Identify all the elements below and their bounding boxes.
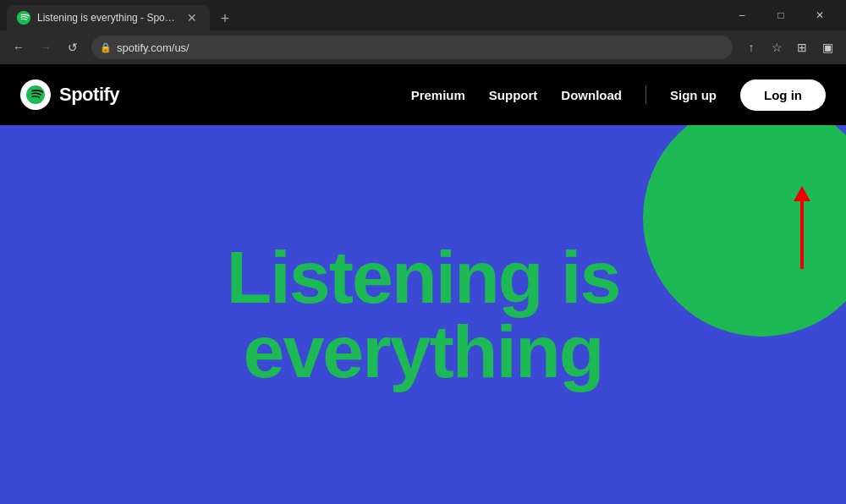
red-arrow-annotation: [794, 186, 810, 269]
forward-button[interactable]: →: [34, 36, 58, 59]
svg-point-0: [17, 11, 30, 25]
maximize-button[interactable]: □: [761, 3, 800, 28]
new-tab-button[interactable]: +: [213, 7, 237, 30]
spotify-header: Spotify Premium Support Download Sign up…: [0, 64, 846, 125]
green-circle-decoration: [643, 125, 846, 337]
signup-button[interactable]: Sign up: [670, 88, 717, 102]
title-bar: Listening is everything - Spotify ✕ + – …: [0, 0, 846, 30]
share-button[interactable]: ↑: [739, 36, 763, 59]
spotify-nav: Premium Support Download Sign up Log in: [411, 79, 826, 111]
svg-point-1: [26, 85, 45, 104]
nav-actions: ↑ ☆ ⊞ ▣: [739, 36, 839, 59]
active-tab[interactable]: Listening is everything - Spotify ✕: [7, 5, 210, 30]
spotify-page: Spotify Premium Support Download Sign up…: [0, 64, 846, 504]
premium-nav-link[interactable]: Premium: [411, 88, 465, 102]
arrow-head: [794, 186, 810, 201]
hero-heading-line1: Listening is: [227, 240, 620, 315]
sidebar-button[interactable]: ▣: [816, 36, 839, 59]
browser-window: Listening is everything - Spotify ✕ + – …: [0, 0, 846, 504]
nav-divider: [645, 85, 646, 104]
refresh-button[interactable]: ↺: [61, 36, 85, 59]
spotify-logo-icon: [20, 79, 51, 110]
tab-favicon: [17, 11, 30, 25]
download-nav-link[interactable]: Download: [561, 88, 622, 102]
lock-icon: 🔒: [100, 42, 112, 53]
spotify-logo[interactable]: Spotify: [20, 79, 119, 110]
bookmark-button[interactable]: ☆: [765, 36, 788, 59]
address-text: spotify.com/us/: [117, 41, 724, 54]
minimize-button[interactable]: –: [722, 3, 761, 28]
extensions-button[interactable]: ⊞: [790, 36, 814, 59]
close-button[interactable]: ✕: [800, 3, 839, 28]
back-button[interactable]: ←: [7, 36, 30, 59]
window-controls: – □ ✕: [722, 3, 839, 28]
hero-heading-line2: everything: [227, 315, 620, 389]
login-button[interactable]: Log in: [740, 79, 826, 111]
support-nav-link[interactable]: Support: [489, 88, 538, 102]
tab-area: Listening is everything - Spotify ✕ +: [7, 0, 722, 30]
navigation-bar: ← → ↺ 🔒 spotify.com/us/ ↑ ☆ ⊞ ▣: [0, 30, 846, 64]
hero-section: Listening is everything: [0, 125, 846, 504]
spotify-logo-text: Spotify: [59, 84, 119, 106]
arrow-line: [800, 201, 804, 269]
address-bar[interactable]: 🔒 spotify.com/us/: [91, 36, 733, 59]
tab-title: Listening is everything - Spotify: [37, 12, 178, 24]
tab-close-button[interactable]: ✕: [184, 10, 200, 25]
hero-text: Listening is everything: [227, 240, 620, 389]
